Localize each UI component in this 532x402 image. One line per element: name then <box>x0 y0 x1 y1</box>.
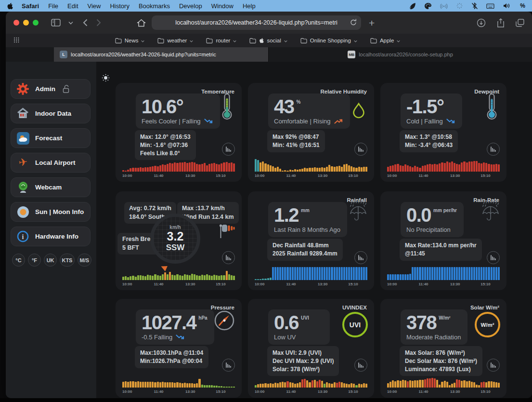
menu-help[interactable]: Help <box>243 2 256 10</box>
chart-popup-button[interactable] <box>222 143 235 156</box>
card-value: 0.6 <box>274 312 298 333</box>
chart-bar <box>137 168 139 172</box>
signal-icon[interactable] <box>440 2 448 9</box>
unit-pill-f[interactable]: °F <box>28 254 41 267</box>
sidebar-item-webcam[interactable]: Webcam <box>11 177 91 197</box>
chart-time-axis: 10:0011:4013:3015:10 <box>122 389 235 394</box>
unit-pill-uk[interactable]: UK <box>44 254 57 267</box>
favorites-grid-icon[interactable] <box>13 36 20 45</box>
chart-bar <box>341 382 343 388</box>
chart-bar <box>353 167 355 172</box>
chart-bar <box>304 379 306 388</box>
new-tab-button[interactable]: + <box>369 18 375 28</box>
sidebar-item-sun-moon-info[interactable]: Sun | Moon Info <box>11 202 91 222</box>
chart-bar <box>299 169 301 172</box>
chart-bar <box>216 275 218 280</box>
unit-pill-kts[interactable]: KTS <box>60 254 75 267</box>
chart-popup-button[interactable] <box>354 143 367 156</box>
tab-overview-button[interactable] <box>516 19 524 27</box>
chart-bar <box>480 382 482 388</box>
tab-active[interactable]: Llocalhost/aurora2026/weather34-2026-liq… <box>54 47 268 62</box>
chevron-down-icon[interactable] <box>68 21 73 25</box>
card-value: 0.0 <box>406 204 431 226</box>
volume-icon[interactable] <box>503 2 511 9</box>
unit-pill-ms[interactable]: M/S <box>78 254 91 267</box>
chart-popup-button[interactable] <box>222 251 235 264</box>
card-stats: Max 92% @08:47Min: 41% @16:51 <box>267 130 325 152</box>
card-status: No Precipitation <box>406 226 457 233</box>
chart-bar <box>454 267 455 280</box>
address-bar[interactable]: localhost/aurora2026/weather34-2026-liqu… <box>152 15 361 30</box>
forward-button[interactable] <box>96 19 101 27</box>
menu-bookmarks[interactable]: Bookmarks <box>139 2 170 10</box>
chart-bar <box>319 267 321 280</box>
menu-edit[interactable]: Edit <box>67 2 78 10</box>
tab-inactive[interactable]: MBlocalhost/aurora2026/console-setup.php <box>268 47 532 62</box>
sidebar-item-label: Hardware Info <box>35 233 78 240</box>
card-stats: Max Rate:134.0 mm per/hr@11:45 <box>400 239 482 261</box>
menu-file[interactable]: File <box>48 2 58 10</box>
sidebar-item-local-airport[interactable]: ✈Local Airport <box>11 153 91 173</box>
menu-safari[interactable]: Safari <box>22 2 39 10</box>
axis-label: 10:00 <box>387 282 397 286</box>
unit-pill-c[interactable]: °C <box>12 254 25 267</box>
menu-history[interactable]: History <box>110 2 129 10</box>
sidebar-item-indoor-data[interactable]: Indoor Data <box>11 104 91 123</box>
back-button[interactable] <box>83 19 88 27</box>
feather-icon[interactable] <box>409 2 416 10</box>
menu-view[interactable]: View <box>88 2 101 10</box>
chart-bar <box>485 267 487 280</box>
apple-menu-icon[interactable] <box>7 2 13 10</box>
chart-bar <box>316 267 318 280</box>
chart-popup-button[interactable] <box>222 359 235 372</box>
chart-bar <box>184 162 186 172</box>
chart-popup-button[interactable] <box>487 359 500 372</box>
keyboard-icon[interactable] <box>486 3 494 9</box>
sparkle-icon[interactable] <box>456 2 463 9</box>
chart-bar <box>319 380 321 388</box>
chart-popup-button[interactable] <box>354 359 367 372</box>
downloads-button[interactable] <box>477 18 486 27</box>
menu-develop[interactable]: Develop <box>179 2 202 10</box>
card-unit: UVI <box>301 315 309 321</box>
theme-sun-icon[interactable] <box>102 74 110 84</box>
bookmark-folder-online-shopping[interactable]: Online Shopping <box>300 38 357 43</box>
axis-label: 15:10 <box>480 282 490 286</box>
palette-icon[interactable] <box>424 2 432 10</box>
chart-bar <box>478 385 480 388</box>
chart-bar <box>164 165 166 172</box>
home-button[interactable] <box>137 19 146 27</box>
chart-bar <box>451 267 453 280</box>
chart-popup-button[interactable] <box>354 251 367 264</box>
chart-bar <box>402 380 404 388</box>
share-button[interactable] <box>497 18 505 27</box>
bookmark-folder-apple[interactable]: Apple <box>370 38 400 43</box>
chart-popup-button[interactable] <box>487 143 500 156</box>
sidebar-toggle-icon[interactable] <box>51 19 61 27</box>
zoom-window-button[interactable] <box>33 20 39 26</box>
chart-bar <box>387 167 389 172</box>
chart-bar <box>346 164 348 172</box>
chart-bar <box>321 167 323 172</box>
battery-percent[interactable]: % <box>520 2 525 9</box>
history-bar-chart <box>255 159 367 172</box>
chart-bar <box>365 167 367 172</box>
chart-bar <box>441 382 443 388</box>
sidebar-item-admin[interactable]: Admin <box>11 79 91 99</box>
chart-popup-button[interactable] <box>487 251 500 264</box>
chart-bar <box>427 267 428 280</box>
bookmark-folder-router[interactable]: router <box>206 38 236 43</box>
sidebar-item-hardware-info[interactable]: iHardware Info <box>11 227 91 246</box>
bookmark-folder-news[interactable]: News <box>115 38 145 43</box>
chart-bar <box>140 382 142 388</box>
close-window-button[interactable] <box>13 20 19 26</box>
bookmark-folder-social[interactable]: social <box>249 38 287 43</box>
chart-bar <box>132 168 134 172</box>
bluetooth-off-icon[interactable] <box>471 2 478 10</box>
bookmark-folder-weather[interactable]: weather <box>157 38 193 43</box>
minimize-window-button[interactable] <box>23 20 29 26</box>
reload-icon[interactable] <box>350 19 357 28</box>
menu-window[interactable]: Window <box>211 2 234 10</box>
sidebar-item-label: Sun | Moon Info <box>35 208 84 215</box>
sidebar-item-forecast[interactable]: Forecast <box>11 128 91 148</box>
